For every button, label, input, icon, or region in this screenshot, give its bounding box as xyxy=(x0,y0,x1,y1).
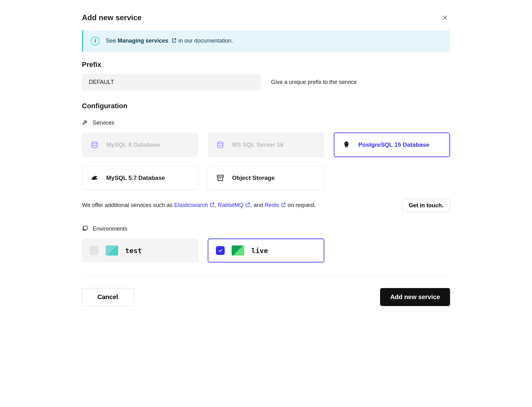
dolphin-icon xyxy=(90,173,99,183)
svg-point-0 xyxy=(92,142,97,144)
env-label: test xyxy=(125,247,142,255)
services-label: Services xyxy=(93,120,114,126)
redis-link[interactable]: Redis xyxy=(265,202,286,208)
svg-rect-2 xyxy=(217,175,224,177)
info-banner: i See Managing services in our documenta… xyxy=(82,30,450,52)
configuration-label: Configuration xyxy=(82,102,450,110)
add-service-modal: Add new service i See Managing services … xyxy=(82,13,450,306)
external-link-icon xyxy=(171,38,177,45)
env-label: live xyxy=(251,247,268,255)
svg-rect-3 xyxy=(84,226,87,230)
environments-label: Environments xyxy=(93,226,127,232)
external-link-icon xyxy=(245,202,251,209)
service-card-mssql16: MS SQL Server 16 xyxy=(208,133,324,157)
info-text-prefix: See xyxy=(106,38,118,44)
prefix-label: Prefix xyxy=(82,61,450,69)
service-label: MySQL 8 Database xyxy=(106,141,160,148)
services-grid: MySQL 8 Database MS SQL Server 16 Postgr… xyxy=(82,133,450,190)
managing-services-label: Managing services xyxy=(118,38,168,44)
modal-footer: Cancel Add new service xyxy=(82,275,450,306)
postgres-icon xyxy=(342,140,351,150)
external-link-icon xyxy=(209,202,215,209)
external-link-icon xyxy=(280,202,286,209)
database-icon xyxy=(90,140,99,150)
submit-button[interactable]: Add new service xyxy=(380,288,450,306)
services-subheader: Services xyxy=(82,119,450,127)
env-card-test[interactable]: test xyxy=(82,239,198,262)
modal-title: Add new service xyxy=(82,13,142,22)
checkbox-unchecked-icon xyxy=(90,246,99,255)
close-button[interactable] xyxy=(440,13,450,23)
svg-point-1 xyxy=(218,142,223,144)
environments-grid: test live xyxy=(82,239,450,262)
service-card-mysql57[interactable]: MySQL 5.7 Database xyxy=(82,166,198,190)
checkbox-checked-icon xyxy=(216,246,225,255)
stack-icon xyxy=(82,225,88,233)
database-icon xyxy=(216,140,225,150)
managing-services-link[interactable]: Managing services xyxy=(118,38,178,44)
get-in-touch-button[interactable]: Get in touch. xyxy=(402,199,450,212)
additional-services-text: We offer additional services such as Ela… xyxy=(82,202,316,209)
info-icon: i xyxy=(91,37,100,45)
prefix-help: Give a unique prefix to the service xyxy=(271,79,357,86)
service-label: Object Storage xyxy=(232,174,275,181)
info-text-suffix: in our documentation. xyxy=(178,38,233,44)
elasticsearch-link[interactable]: Elasticsearch xyxy=(174,202,215,208)
service-label: MS SQL Server 16 xyxy=(232,141,283,148)
service-label: MySQL 5.7 Database xyxy=(106,174,165,181)
prefix-input[interactable] xyxy=(82,74,261,91)
service-label: PostgreSQL 15 Database xyxy=(358,141,430,148)
rabbitmq-link[interactable]: RabbitMQ xyxy=(218,202,251,208)
service-card-mysql8: MySQL 8 Database xyxy=(82,133,198,157)
cancel-button[interactable]: Cancel xyxy=(82,288,134,306)
env-swatch xyxy=(232,245,244,256)
env-swatch xyxy=(106,245,118,256)
environments-subheader: Environments xyxy=(82,225,450,233)
service-card-object-storage[interactable]: Object Storage xyxy=(208,166,324,190)
archive-icon xyxy=(216,173,225,183)
info-text: See Managing services in our documentati… xyxy=(106,38,233,45)
env-card-live[interactable]: live xyxy=(208,239,324,262)
service-card-postgres15[interactable]: PostgreSQL 15 Database xyxy=(334,133,450,157)
wrench-icon xyxy=(82,119,88,127)
